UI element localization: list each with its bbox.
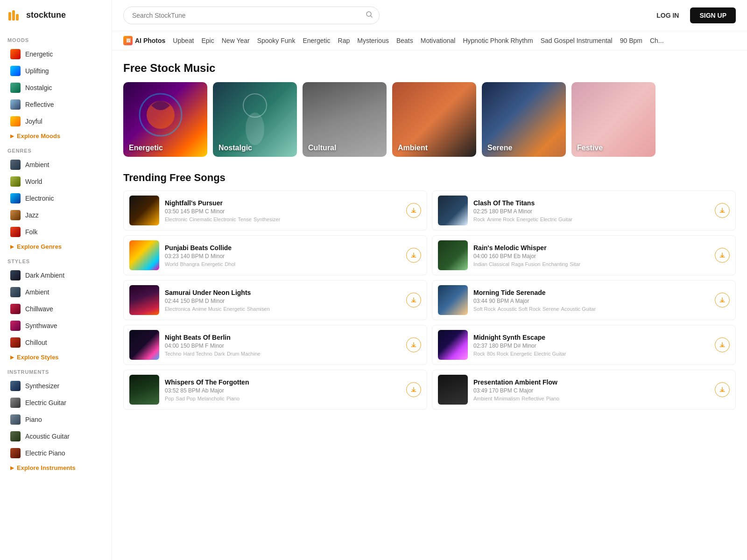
sidebar-item-piano[interactable]: Piano: [3, 411, 109, 428]
sidebar-item-ambient[interactable]: Ambient: [3, 156, 109, 173]
mood-card-cultural[interactable]: Cultural: [303, 82, 387, 157]
sidebar-item-label-nostalgic: Nostalgic: [25, 84, 52, 91]
song-info-morning: Morning Tide Serenade03:44 90 BPM A Majo…: [473, 289, 709, 312]
song-card-whispers[interactable]: Whispers Of The Forgotten03:52 85 BPM Ab…: [123, 370, 427, 410]
sidebar-item-acoustic-guitar[interactable]: Acoustic Guitar: [3, 428, 109, 445]
song-title-rains: Rain's Melodic Whisper: [473, 244, 709, 252]
download-button-nightfall[interactable]: [406, 203, 421, 218]
explore-styles-arrow: ▶: [10, 355, 14, 360]
sidebar-item-icon-energetic: [10, 49, 21, 59]
sidebar-item-chillwave[interactable]: Chillwave: [3, 301, 109, 317]
explore-genres-arrow: ▶: [10, 244, 14, 249]
search-bar: [123, 7, 380, 24]
sidebar-item-icon-electric-guitar: [10, 398, 21, 408]
sidebar-item-reflective[interactable]: Reflective: [3, 96, 109, 113]
explore-genres-link[interactable]: ▶ Explore Genres: [3, 240, 109, 253]
sidebar-item-electric-guitar[interactable]: Electric Guitar: [3, 394, 109, 411]
download-button-berlin[interactable]: [406, 337, 421, 352]
song-tag: Reflective: [521, 396, 544, 401]
tag-motivational[interactable]: Motivational: [421, 36, 456, 45]
song-tag: Minimalism: [494, 396, 520, 401]
download-icon: [719, 252, 726, 259]
logo-area[interactable]: stocktune: [0, 7, 112, 32]
song-card-morning[interactable]: Morning Tide Serenade03:44 90 BPM A Majo…: [432, 280, 736, 320]
song-tag: Rock: [473, 351, 485, 357]
download-button-presentation[interactable]: [715, 382, 730, 397]
sidebar-item-energetic[interactable]: Energetic: [3, 46, 109, 63]
tag-90-bpm[interactable]: 90 Bpm: [620, 36, 642, 45]
song-card-berlin[interactable]: Night Beats Of Berlin04:00 150 BPM F Min…: [123, 325, 427, 365]
explore-moods-link[interactable]: ▶ Explore Moods: [3, 130, 109, 142]
explore-styles-link[interactable]: ▶ Explore Styles: [3, 351, 109, 364]
song-tag: Indian Classical: [473, 261, 509, 267]
sidebar-item-icon-chillwave: [10, 304, 21, 314]
signup-button[interactable]: SIGN UP: [690, 7, 736, 23]
mood-card-label-festive: Festive: [577, 144, 603, 152]
explore-styles-label: Explore Styles: [17, 354, 59, 361]
sidebar-item-synthwave[interactable]: Synthwave: [3, 317, 109, 334]
song-tags-midnight: Rock80s RockEnergeticElectric Guitar: [473, 351, 709, 357]
download-button-rains[interactable]: [715, 248, 730, 263]
song-tags-samurai: ElectronicaAnime MusicEnergeticShamisen: [165, 306, 401, 312]
tag-mysterious[interactable]: Mysterious: [357, 36, 389, 45]
sidebar-item-chillout[interactable]: Chillout: [3, 334, 109, 351]
sidebar-item-label-electric-guitar: Electric Guitar: [25, 399, 66, 406]
tag-beats[interactable]: Beats: [396, 36, 413, 45]
sidebar-item-icon-electric-piano: [10, 448, 21, 458]
download-button-samurai[interactable]: [406, 293, 421, 308]
mood-card-label-cultural: Cultural: [308, 144, 336, 152]
tag-new-year[interactable]: New Year: [222, 36, 250, 45]
mood-card-serene[interactable]: Serene: [482, 82, 566, 157]
song-card-samurai[interactable]: Samurai Under Neon Lights02:44 150 BPM D…: [123, 280, 427, 320]
download-icon: [719, 297, 726, 303]
explore-instruments-link[interactable]: ▶ Explore Instruments: [3, 462, 109, 474]
sidebar-item-nostalgic[interactable]: Nostalgic: [3, 79, 109, 96]
song-title-berlin: Night Beats Of Berlin: [165, 334, 401, 341]
sidebar-item-jazz[interactable]: Jazz: [3, 207, 109, 224]
mood-card-energetic[interactable]: Energetic: [123, 82, 207, 157]
sidebar-item-dark-ambient[interactable]: Dark Ambient: [3, 267, 109, 284]
song-card-rains[interactable]: Rain's Melodic Whisper04:00 160 BPM Eb M…: [432, 235, 736, 275]
sidebar-item-icon-synthwave: [10, 321, 21, 331]
tag-rap[interactable]: Rap: [338, 36, 350, 45]
download-button-punjabi[interactable]: [406, 248, 421, 263]
mood-card-festive[interactable]: Festive: [571, 82, 655, 157]
tag-ch[interactable]: Ch...: [650, 36, 664, 45]
song-card-punjabi[interactable]: Punjabi Beats Collide03:23 140 BPM D Min…: [123, 235, 427, 275]
styles-section-label: Styles: [0, 253, 112, 267]
mood-card-ambient[interactable]: Ambient: [392, 82, 476, 157]
sidebar-item-ambient-s[interactable]: Ambient: [3, 284, 109, 301]
sidebar-item-electric-piano[interactable]: Electric Piano: [3, 445, 109, 462]
song-tags-berlin: TechnoHard TechnoDarkDrum Machine: [165, 351, 401, 357]
sidebar-item-uplifting[interactable]: Uplifting: [3, 63, 109, 79]
search-input[interactable]: [123, 7, 380, 24]
tag-energetic[interactable]: Energetic: [303, 36, 330, 45]
login-button[interactable]: LOG IN: [651, 8, 684, 23]
sidebar-item-icon-piano: [10, 414, 21, 425]
song-tag: Raga Fusion: [511, 261, 540, 267]
sidebar-item-synthesizer[interactable]: Synthesizer: [3, 378, 109, 394]
download-button-midnight[interactable]: [715, 337, 730, 352]
tag-upbeat[interactable]: Upbeat: [173, 36, 194, 45]
download-button-whispers[interactable]: [406, 382, 421, 397]
sidebar-item-joyful[interactable]: Joyful: [3, 113, 109, 130]
song-card-midnight[interactable]: Midnight Synth Escape02:37 180 BPM D# Mi…: [432, 325, 736, 365]
explore-instruments-label: Explore Instruments: [17, 464, 76, 471]
tag-ai-photos[interactable]: 🖼AI Photos: [123, 36, 165, 45]
tag-hypnotic-phonk[interactable]: Hypnotic Phonk Rhythm: [463, 36, 533, 45]
download-icon: [410, 297, 417, 303]
tag-sad-gospel[interactable]: Sad Gospel Instrumental: [541, 36, 613, 45]
sidebar-item-folk[interactable]: Folk: [3, 224, 109, 240]
search-button[interactable]: [366, 11, 373, 20]
download-button-morning[interactable]: [715, 293, 730, 308]
download-button-clash[interactable]: [715, 203, 730, 218]
mood-card-nostalgic[interactable]: Nostalgic: [213, 82, 297, 157]
song-card-presentation[interactable]: Presentation Ambient Flow03:49 170 BPM C…: [432, 370, 736, 410]
tag-epic[interactable]: Epic: [202, 36, 214, 45]
tag-spooky-funk[interactable]: Spooky Funk: [257, 36, 296, 45]
sidebar-item-world[interactable]: World: [3, 173, 109, 190]
song-card-nightfall[interactable]: Nightfall's Pursuer03:50 145 BPM C Minor…: [123, 190, 427, 231]
mood-card-label-serene: Serene: [487, 144, 512, 152]
song-card-clash[interactable]: Clash Of The Titans02:25 180 BPM A Minor…: [432, 190, 736, 231]
sidebar-item-electronic[interactable]: Electronic: [3, 190, 109, 207]
